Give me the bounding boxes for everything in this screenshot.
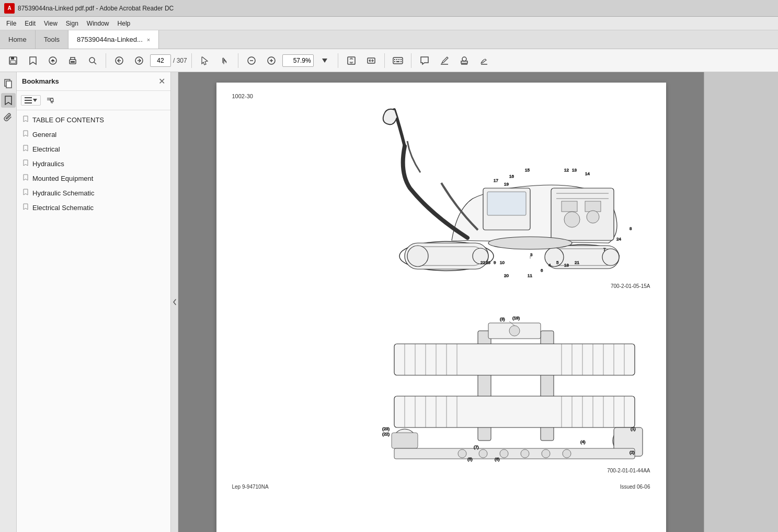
search-button[interactable] bbox=[84, 52, 101, 70]
upload-button[interactable] bbox=[44, 52, 62, 70]
zoom-in-button[interactable] bbox=[262, 52, 280, 70]
fit-page-button[interactable] bbox=[342, 52, 360, 70]
svg-rect-2 bbox=[10, 61, 16, 63]
svg-text:(7): (7) bbox=[474, 445, 479, 449]
svg-point-54 bbox=[564, 212, 580, 227]
sidebar-title: Bookmarks bbox=[22, 77, 59, 85]
bookmark-item[interactable]: Electrical bbox=[17, 142, 170, 156]
svg-line-7 bbox=[94, 62, 96, 64]
right-panel bbox=[704, 72, 778, 532]
svg-text:14: 14 bbox=[585, 171, 590, 176]
bookmark-item[interactable]: Electrical Schematic bbox=[17, 200, 170, 215]
zoom-dropdown-button[interactable] bbox=[316, 52, 334, 70]
menu-edit[interactable]: Edit bbox=[20, 19, 40, 28]
next-page-button[interactable] bbox=[130, 52, 148, 70]
attachments-icon[interactable] bbox=[1, 110, 16, 124]
bookmark-label-3: Hydraulics bbox=[32, 160, 64, 168]
bookmark-label-5: Hydraulic Schematic bbox=[32, 189, 95, 197]
tab-close-icon[interactable]: × bbox=[147, 37, 150, 43]
bookmark-view-options-button[interactable] bbox=[21, 95, 41, 106]
zoom-level-input[interactable] bbox=[282, 54, 314, 67]
keyboard-button[interactable] bbox=[389, 52, 407, 70]
svg-point-126 bbox=[479, 449, 487, 458]
sidebar-panel: Bookmarks ✕ TABLE OF CONTENTS General El… bbox=[17, 72, 171, 532]
bookmark-item[interactable]: Hydraulic Schematic bbox=[17, 186, 170, 200]
pages-icon[interactable] bbox=[1, 76, 16, 91]
svg-text:10: 10 bbox=[500, 260, 505, 265]
sidebar-close-button[interactable]: ✕ bbox=[158, 76, 165, 86]
bookmark-item[interactable]: General bbox=[17, 127, 170, 142]
svg-rect-123 bbox=[392, 433, 418, 448]
bookmark-icon-5 bbox=[23, 189, 28, 197]
prev-page-button[interactable] bbox=[110, 52, 128, 70]
select-tool-button[interactable] bbox=[196, 52, 214, 70]
separator-5 bbox=[384, 53, 385, 68]
bookmarks-panel-icon[interactable] bbox=[1, 93, 16, 108]
zoom-out-button[interactable] bbox=[243, 52, 260, 70]
svg-rect-1 bbox=[11, 57, 14, 60]
tab-document[interactable]: 87539044na-Linked... × bbox=[68, 30, 159, 49]
svg-text:(1): (1) bbox=[631, 426, 636, 431]
page-navigation: / 307 bbox=[150, 54, 187, 67]
pdf-page-ref: 1002-30 bbox=[232, 93, 650, 99]
sidebar-collapse-handle[interactable] bbox=[171, 72, 178, 532]
svg-text:(22): (22) bbox=[382, 432, 390, 436]
svg-text:15: 15 bbox=[525, 168, 530, 172]
diagram1-ref: 700-2-01-05-15A bbox=[611, 283, 650, 289]
highlight-button[interactable] bbox=[436, 52, 453, 70]
menu-window[interactable]: Window bbox=[83, 19, 113, 28]
tab-document-label: 87539044na-Linked... bbox=[77, 36, 143, 43]
pdf-page: 1002-30 bbox=[216, 83, 666, 532]
svg-rect-26 bbox=[401, 61, 402, 62]
sign-button[interactable] bbox=[475, 52, 493, 70]
menu-file[interactable]: File bbox=[2, 19, 20, 28]
svg-rect-5 bbox=[71, 61, 75, 63]
svg-point-29 bbox=[462, 57, 466, 61]
svg-text:9: 9 bbox=[494, 260, 496, 265]
bookmark-item[interactable]: Hydraulics bbox=[17, 156, 170, 171]
bookmark-icon-6 bbox=[23, 203, 28, 212]
menu-view[interactable]: View bbox=[40, 19, 62, 28]
main-area: Bookmarks ✕ TABLE OF CONTENTS General El… bbox=[0, 72, 778, 532]
save-button[interactable] bbox=[4, 52, 22, 70]
titlebar: A 87539044na-Linked pdf.pdf - Adobe Acro… bbox=[0, 0, 778, 17]
svg-text:12: 12 bbox=[564, 168, 569, 172]
bookmark-label-6: Electrical Schematic bbox=[32, 204, 94, 212]
menu-sign[interactable]: Sign bbox=[62, 19, 83, 28]
hand-tool-button[interactable] bbox=[216, 52, 234, 70]
svg-text:22: 22 bbox=[480, 260, 485, 265]
pdf-viewer[interactable]: 1002-30 bbox=[178, 72, 704, 532]
svg-rect-24 bbox=[394, 61, 395, 62]
svg-text:16: 16 bbox=[509, 174, 514, 179]
tab-home-label: Home bbox=[8, 36, 27, 43]
svg-point-129 bbox=[542, 449, 550, 458]
svg-text:11: 11 bbox=[528, 273, 532, 278]
pdf-content: 1 2 22 23 9 10 20 11 6 4 bbox=[232, 105, 650, 490]
tabbar: Home Tools 87539044na-Linked... × bbox=[0, 30, 778, 49]
svg-rect-21 bbox=[396, 59, 397, 60]
menu-help[interactable]: Help bbox=[113, 19, 135, 28]
undercarriage-diagram: (3) (1) (23) (22) (19) (7) (4) (2) (5) (… bbox=[379, 299, 650, 467]
menubar: File Edit View Sign Window Help bbox=[0, 17, 778, 30]
svg-point-6 bbox=[89, 57, 95, 63]
print-button[interactable] bbox=[64, 52, 82, 70]
stamp-button[interactable] bbox=[455, 52, 473, 70]
bookmark-item[interactable]: TABLE OF CONTENTS bbox=[17, 112, 170, 127]
svg-point-43 bbox=[407, 246, 428, 267]
page-number-input[interactable] bbox=[150, 54, 171, 67]
comment-button[interactable] bbox=[416, 52, 433, 70]
bookmark-button[interactable] bbox=[24, 52, 42, 70]
svg-text:(19): (19) bbox=[512, 316, 520, 320]
svg-rect-52 bbox=[562, 201, 577, 212]
tab-home[interactable]: Home bbox=[0, 30, 36, 49]
svg-point-128 bbox=[521, 449, 529, 458]
svg-text:21: 21 bbox=[575, 260, 579, 265]
tab-tools-label: Tools bbox=[44, 36, 60, 43]
svg-rect-104 bbox=[394, 396, 635, 427]
bookmark-item[interactable]: Mounted Equipment bbox=[17, 171, 170, 186]
footer-left: Lep 9-94710NA bbox=[232, 484, 269, 490]
fit-width-button[interactable] bbox=[362, 52, 380, 70]
find-bookmark-button[interactable] bbox=[43, 94, 58, 107]
tab-tools[interactable]: Tools bbox=[36, 30, 68, 49]
bookmark-icon-0 bbox=[23, 115, 28, 124]
